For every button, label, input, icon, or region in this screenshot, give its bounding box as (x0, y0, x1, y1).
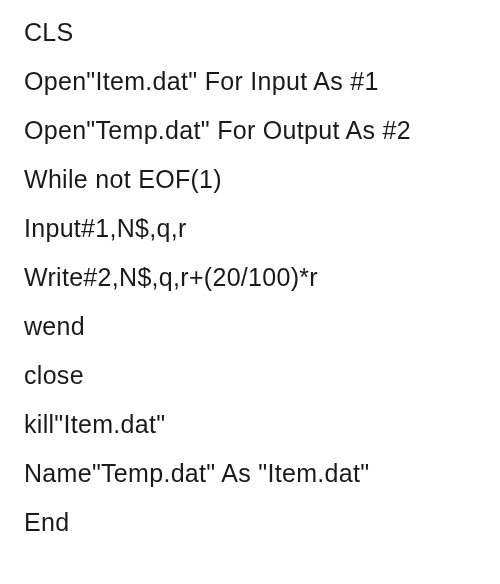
code-line: CLS (24, 20, 476, 45)
code-line: kill"Item.dat" (24, 412, 476, 437)
code-line: Open"Temp.dat" For Output As #2 (24, 118, 476, 143)
code-line: wend (24, 314, 476, 339)
code-line: While not EOF(1) (24, 167, 476, 192)
code-line: Write#2,N$,q,r+(20/100)*r (24, 265, 476, 290)
code-line: Name"Temp.dat" As "Item.dat" (24, 461, 476, 486)
code-line: Input#1,N$,q,r (24, 216, 476, 241)
code-line: close (24, 363, 476, 388)
code-line: End (24, 510, 476, 535)
code-line: Open"Item.dat" For Input As #1 (24, 69, 476, 94)
